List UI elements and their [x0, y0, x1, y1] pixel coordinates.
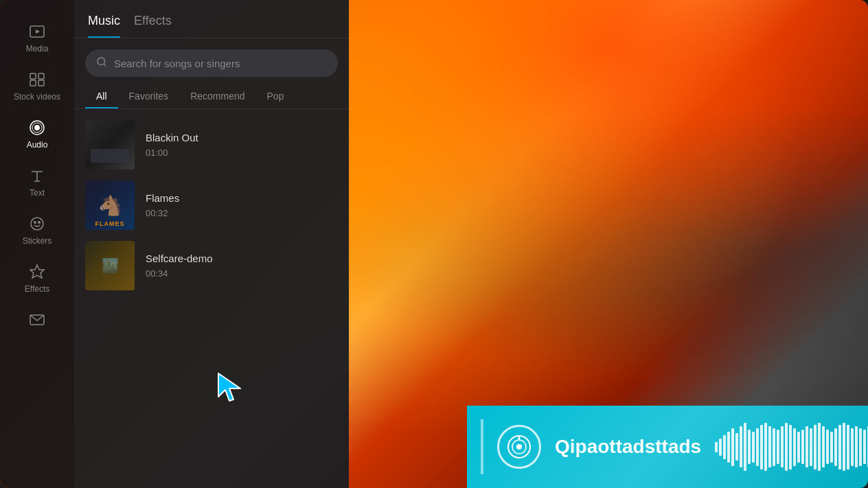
svg-point-22 [516, 444, 522, 450]
filter-tab-all[interactable]: All [85, 85, 118, 108]
waveform-bar [727, 432, 730, 463]
song-list: Blackin Out 01:00 🐴 FLAMES Flames 00:32 … [74, 109, 349, 488]
tab-music[interactable]: Music [88, 14, 120, 38]
waveform [715, 423, 868, 471]
sidebar-media-label: Media [26, 44, 49, 54]
sidebar-item-mail[interactable] [0, 302, 74, 338]
waveform-bar [768, 426, 771, 467]
waveform-bar [859, 428, 862, 466]
sidebar-item-stickers[interactable]: Stickers [0, 206, 74, 254]
song-item-flames[interactable]: 🐴 FLAMES Flames 00:32 [74, 175, 349, 235]
audio-icon [27, 118, 47, 137]
svg-point-7 [34, 125, 40, 130]
song-item-selfcare-demo[interactable]: 🏙️ Selfcare-demo 00:34 [74, 235, 349, 296]
waveform-bar [855, 426, 858, 467]
text-icon [27, 166, 47, 185]
sidebar-stock-label: Stock videos [14, 92, 60, 102]
waveform-bar [797, 432, 800, 463]
sidebar-item-audio[interactable]: Audio [0, 110, 74, 158]
waveform-bar [838, 425, 841, 469]
svg-rect-5 [38, 80, 44, 86]
song-item-blackin-out[interactable]: Blackin Out 01:00 [74, 115, 349, 175]
waveform-bar [818, 423, 821, 471]
svg-point-13 [34, 222, 36, 223]
waveform-bar [863, 430, 866, 464]
waveform-bar [789, 425, 792, 469]
effects-icon [27, 262, 47, 281]
filter-tab-pop[interactable]: Pop [256, 85, 295, 108]
song-thumb-flames: 🐴 FLAMES [85, 181, 135, 230]
search-input[interactable] [114, 58, 327, 69]
waveform-bar [719, 439, 722, 456]
sidebar-audio-label: Audio [27, 140, 48, 150]
waveform-bar [748, 430, 751, 464]
music-bar: Qipaottadsttads [467, 406, 868, 488]
waveform-bar [715, 442, 718, 452]
search-box [85, 49, 338, 77]
song-name-blackin-out: Blackin Out [146, 132, 338, 143]
svg-point-12 [31, 218, 43, 230]
svg-marker-1 [36, 30, 40, 34]
waveform-bar [785, 423, 788, 471]
waveform-bar [740, 426, 742, 467]
song-info-selfcare: Selfcare-demo 00:34 [146, 253, 338, 279]
svg-point-17 [98, 58, 105, 65]
song-thumb-selfcare: 🏙️ [85, 241, 135, 290]
waveform-bar [851, 428, 854, 466]
sidebar-stickers-label: Stickers [23, 236, 52, 246]
svg-rect-4 [30, 80, 36, 86]
waveform-bar [810, 428, 812, 466]
waveform-bar [822, 426, 825, 467]
waveform-bar [723, 435, 726, 459]
song-duration-selfcare: 00:34 [146, 268, 338, 279]
media-icon [27, 22, 47, 41]
tab-effects[interactable]: Effects [134, 14, 172, 38]
waveform-bar [801, 430, 804, 464]
waveform-bar [830, 432, 833, 463]
song-duration-blackin-out: 01:00 [146, 148, 338, 158]
svg-marker-15 [30, 265, 44, 278]
music-bar-divider [481, 419, 483, 474]
sidebar-item-media[interactable]: Media [0, 14, 74, 62]
sidebar-item-text[interactable]: Text [0, 158, 74, 206]
waveform-bar [735, 433, 738, 461]
search-container [74, 38, 349, 85]
song-info-blackin-out: Blackin Out 01:00 [146, 132, 338, 158]
waveform-bar [793, 428, 796, 466]
svg-rect-2 [30, 73, 36, 79]
song-name-selfcare: Selfcare-demo [146, 253, 338, 264]
filter-tab-recommend[interactable]: Recommend [179, 85, 255, 108]
sidebar-item-effects[interactable]: Effects [0, 254, 74, 302]
svg-line-18 [104, 64, 106, 66]
song-thumb-blackin-out [85, 120, 135, 170]
music-bar-title: Qipaottadsttads [555, 436, 701, 458]
waveform-bar [781, 426, 784, 467]
stock-videos-icon [27, 70, 47, 89]
waveform-bar [731, 428, 734, 466]
waveform-bar [744, 423, 746, 471]
mail-icon [27, 310, 47, 329]
svg-point-14 [38, 222, 40, 223]
sidebar-item-stock-videos[interactable]: Stock videos [0, 62, 74, 110]
panel: Music Effects All Favorites Recommend Po… [74, 0, 349, 488]
waveform-bar [760, 425, 763, 469]
music-logo [497, 425, 541, 469]
waveform-bar [764, 423, 767, 471]
filter-tab-favorites[interactable]: Favorites [118, 85, 180, 108]
search-icon [96, 56, 107, 70]
sidebar-effects-label: Effects [25, 284, 49, 294]
waveform-bar [806, 426, 808, 467]
stickers-icon [27, 214, 47, 233]
waveform-bar [834, 428, 837, 466]
song-info-flames: Flames 00:32 [146, 192, 338, 218]
waveform-bar [756, 428, 759, 466]
song-duration-flames: 00:32 [146, 208, 338, 218]
sidebar: Media Stock videos Audio [0, 0, 74, 488]
song-name-flames: Flames [146, 192, 338, 204]
waveform-bar [777, 430, 779, 464]
waveform-bar [843, 423, 845, 471]
waveform-bar [752, 432, 755, 463]
waveform-bar [773, 428, 775, 466]
svg-rect-3 [38, 73, 44, 79]
filter-tabs: All Favorites Recommend Pop [74, 85, 349, 109]
